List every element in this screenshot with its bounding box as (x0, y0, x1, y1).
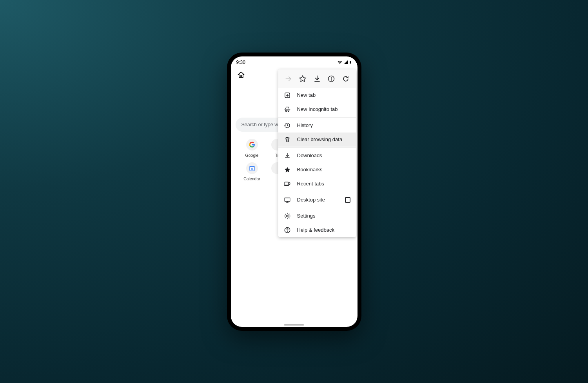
svg-text:31: 31 (250, 168, 253, 170)
info-button[interactable] (325, 73, 338, 85)
forward-button[interactable] (282, 73, 295, 85)
menu-item-label: Desktop site (297, 197, 339, 203)
menu-item-help[interactable]: Help & feedback (278, 223, 356, 237)
calendar-icon: 31 (249, 165, 255, 171)
menu-item-desktop-site[interactable]: Desktop site (278, 193, 356, 207)
menu-item-label: Bookmarks (297, 167, 350, 172)
svg-point-11 (286, 215, 288, 217)
star-filled-icon (284, 166, 291, 173)
menu-item-label: New tab (297, 92, 350, 98)
desktop-icon (284, 196, 291, 203)
search-placeholder: Search or type w (241, 122, 278, 127)
shortcut-calendar[interactable]: 31 Calendar (240, 162, 265, 181)
menu-item-history[interactable]: History (278, 118, 356, 133)
svg-point-13 (287, 231, 288, 232)
download-icon (313, 75, 321, 83)
menu-item-label: Help & feedback (297, 227, 350, 233)
menu-item-new-tab[interactable]: New tab (278, 88, 356, 102)
home-icon (237, 71, 245, 79)
google-g-icon (249, 142, 255, 148)
info-icon (327, 75, 335, 83)
incognito-icon (284, 106, 291, 113)
phone-frame: 9:30 Search o (227, 53, 361, 331)
svg-point-7 (288, 110, 289, 111)
wifi-icon (337, 60, 343, 65)
menu-item-downloads[interactable]: Downloads (278, 149, 356, 163)
menu-divider (278, 147, 356, 148)
menu-item-recent-tabs[interactable]: Recent tabs (278, 177, 356, 191)
menu-item-settings[interactable]: Settings (278, 209, 356, 223)
recent-tabs-icon (284, 180, 291, 187)
status-icons (337, 60, 352, 65)
phone-screen: 9:30 Search o (231, 56, 358, 327)
trash-icon (284, 136, 291, 143)
status-bar: 9:30 (231, 56, 358, 67)
bookmark-button[interactable] (296, 73, 309, 85)
downloads-icon (284, 152, 291, 159)
menu-divider (278, 208, 356, 208)
menu-item-label: Downloads (297, 152, 350, 158)
svg-point-6 (285, 110, 287, 111)
status-time: 9:30 (236, 60, 245, 65)
menu-item-clear-browsing-data[interactable]: Clear browsing data (278, 133, 356, 147)
svg-rect-1 (250, 166, 254, 167)
new-tab-icon (284, 92, 291, 99)
svg-rect-9 (289, 183, 290, 185)
menu-item-label: Settings (297, 213, 350, 219)
signal-icon (343, 60, 348, 65)
svg-rect-10 (285, 198, 290, 201)
gear-icon (284, 212, 291, 220)
menu-item-bookmarks[interactable]: Bookmarks (278, 163, 356, 177)
forward-arrow-icon (285, 75, 292, 83)
desktop-site-checkbox[interactable] (345, 197, 350, 203)
star-outline-icon (299, 75, 307, 83)
reload-button[interactable] (339, 73, 352, 85)
menu-item-label: Clear browsing data (297, 136, 350, 142)
shortcut-label: Google (245, 153, 259, 158)
download-button[interactable] (311, 73, 323, 85)
menu-toolbar (278, 69, 356, 88)
menu-item-label: History (297, 122, 350, 128)
svg-point-4 (331, 77, 332, 78)
reload-icon (342, 75, 350, 83)
battery-icon (349, 60, 352, 65)
menu-divider (278, 192, 356, 192)
home-button[interactable] (234, 68, 248, 82)
menu-item-label: Recent tabs (297, 181, 350, 187)
menu-item-label: New Incognito tab (297, 106, 350, 112)
shortcut-google[interactable]: Google (240, 139, 265, 158)
help-icon (284, 227, 291, 234)
history-icon (284, 122, 291, 129)
overflow-menu: New tab New Incognito tab History Clear … (278, 69, 356, 237)
menu-divider (278, 117, 356, 118)
svg-rect-8 (285, 182, 289, 185)
gesture-nav-bar[interactable] (284, 325, 304, 325)
shortcut-label: Calendar (243, 176, 260, 181)
menu-item-new-incognito[interactable]: New Incognito tab (278, 102, 356, 116)
